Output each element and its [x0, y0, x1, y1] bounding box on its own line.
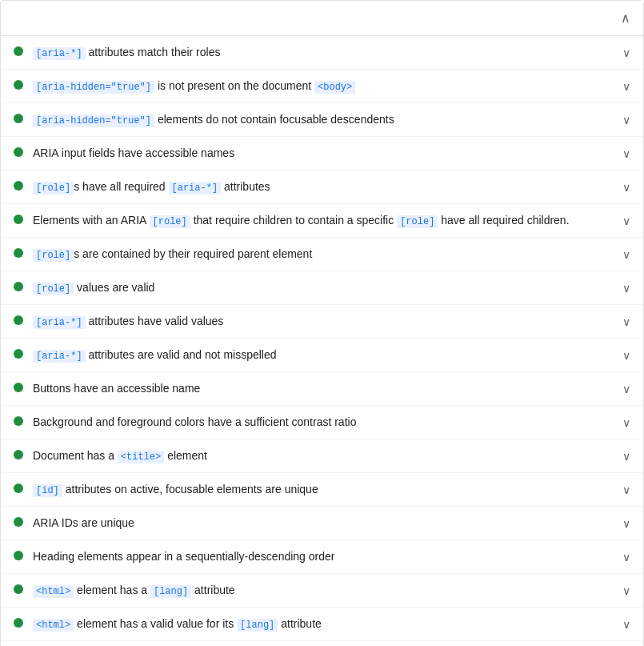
- chevron-down-icon: ∨: [622, 147, 630, 160]
- chevron-down-icon: ∨: [622, 282, 630, 295]
- chevron-down-icon: ∨: [622, 551, 630, 564]
- chevron-down-icon: ∨: [622, 416, 630, 429]
- pass-indicator: [14, 80, 23, 90]
- chevron-down-icon: ∨: [622, 584, 630, 597]
- audit-row[interactable]: <html> element has a [lang] attribute∨: [1, 574, 643, 608]
- audit-list: [aria-*] attributes match their roles∨[a…: [1, 36, 643, 646]
- code-tag: <body>: [314, 81, 355, 94]
- audit-row[interactable]: [aria-*] attributes have valid values∨: [1, 305, 643, 339]
- code-tag: <html>: [33, 619, 74, 632]
- code-tag: [role]: [397, 215, 438, 228]
- pass-indicator: [14, 215, 23, 224]
- pass-indicator: [14, 315, 23, 325]
- pass-indicator: [14, 517, 23, 527]
- pass-indicator: [14, 147, 23, 157]
- audit-row[interactable]: Buttons have an accessible name∨: [1, 372, 643, 406]
- pass-indicator: [14, 248, 23, 258]
- chevron-down-icon: ∨: [622, 450, 630, 463]
- audit-row[interactable]: Background and foreground colors have a …: [1, 406, 643, 439]
- audit-text: Elements with an ARIA [role] that requir…: [33, 212, 613, 229]
- chevron-up-icon: ∧: [621, 10, 630, 26]
- audit-text: [aria-hidden="true"] is not present on t…: [33, 78, 613, 94]
- audit-text: Document has a <title> element: [33, 447, 613, 464]
- audit-text: <html> element has a [lang] attribute: [33, 582, 613, 599]
- chevron-down-icon: ∨: [622, 80, 630, 93]
- audit-text: [aria-*] attributes match their roles: [33, 44, 613, 61]
- code-tag: [lang]: [150, 585, 191, 598]
- audit-text: Buttons have an accessible name: [33, 380, 613, 397]
- audit-row[interactable]: [aria-*] attributes match their roles∨: [1, 36, 643, 70]
- audit-row[interactable]: [aria-hidden="true"] is not present on t…: [1, 70, 643, 103]
- audit-row[interactable]: [role]s are contained by their required …: [1, 238, 643, 271]
- pass-indicator: [14, 618, 23, 628]
- code-tag: [aria-hidden="true"]: [33, 114, 154, 127]
- audit-text: Background and foreground colors have a …: [33, 414, 613, 431]
- chevron-down-icon: ∨: [622, 618, 630, 631]
- pass-indicator: [14, 416, 23, 426]
- audit-text: [role] values are valid: [33, 279, 613, 296]
- code-tag: [aria-*]: [33, 316, 86, 329]
- audit-text: ARIA input fields have accessible names: [33, 145, 613, 162]
- audit-row[interactable]: [id] attributes on active, focusable ele…: [1, 473, 643, 507]
- code-tag: [role]: [33, 182, 74, 195]
- pass-indicator: [14, 551, 23, 560]
- audit-text: Heading elements appear in a sequentiall…: [33, 548, 613, 565]
- code-tag: <html>: [33, 585, 74, 598]
- audit-text: [role]s have all required [aria-*] attri…: [33, 179, 613, 195]
- audit-row[interactable]: Document has a <title> element∨: [1, 439, 643, 473]
- chevron-down-icon: ∨: [622, 383, 630, 395]
- audit-text: [aria-*] attributes have valid values: [33, 313, 613, 330]
- audit-text: [role]s are contained by their required …: [33, 246, 613, 263]
- audit-text: ARIA IDs are unique: [33, 515, 613, 532]
- section-header[interactable]: ∧: [1, 1, 643, 36]
- code-tag: [role]: [150, 215, 190, 228]
- pass-indicator: [14, 450, 23, 459]
- chevron-down-icon: ∨: [622, 248, 630, 261]
- audit-text: [aria-hidden="true"] elements do not con…: [33, 111, 613, 128]
- audit-row[interactable]: ARIA input fields have accessible names∨: [1, 137, 643, 171]
- audit-row[interactable]: [role] values are valid∨: [1, 271, 643, 305]
- pass-indicator: [14, 483, 23, 493]
- pass-indicator: [14, 282, 23, 291]
- code-tag: <title>: [118, 451, 164, 463]
- chevron-down-icon: ∨: [622, 349, 630, 362]
- audit-text: <html> element has a valid value for its…: [33, 616, 613, 632]
- audit-row[interactable]: Heading elements appear in a sequentiall…: [1, 540, 643, 574]
- pass-indicator: [14, 584, 23, 594]
- chevron-down-icon: ∨: [622, 215, 630, 227]
- chevron-down-icon: ∨: [622, 181, 630, 194]
- audit-row[interactable]: <html> element has a valid value for its…: [1, 608, 643, 641]
- pass-indicator: [14, 46, 23, 56]
- audit-text: [id] attributes on active, focusable ele…: [33, 481, 613, 498]
- code-tag: [role]: [33, 249, 74, 262]
- pass-indicator: [14, 181, 23, 191]
- chevron-down-icon: ∨: [622, 483, 630, 496]
- code-tag: [id]: [33, 484, 62, 497]
- chevron-down-icon: ∨: [622, 46, 630, 59]
- audit-row[interactable]: Elements with an ARIA [role] that requir…: [1, 204, 643, 238]
- audit-text: [aria-*] attributes are valid and not mi…: [33, 347, 613, 363]
- passed-audits-section: ∧ [aria-*] attributes match their roles∨…: [0, 0, 644, 646]
- pass-indicator: [14, 114, 23, 123]
- chevron-down-icon: ∨: [622, 114, 630, 126]
- code-tag: [aria-hidden="true"]: [33, 81, 154, 94]
- audit-row[interactable]: ARIA IDs are unique∨: [1, 507, 643, 540]
- code-tag: [aria-*]: [33, 47, 86, 60]
- code-tag: [aria-*]: [169, 182, 222, 195]
- code-tag: [role]: [33, 283, 74, 295]
- audit-row[interactable]: [aria-*] attributes are valid and not mi…: [1, 339, 643, 372]
- pass-indicator: [14, 349, 23, 359]
- code-tag: [lang]: [237, 619, 278, 632]
- audit-row[interactable]: [aria-hidden="true"] elements do not con…: [1, 103, 643, 137]
- chevron-down-icon: ∨: [622, 517, 630, 530]
- audit-row[interactable]: [role]s have all required [aria-*] attri…: [1, 171, 643, 204]
- chevron-down-icon: ∨: [622, 315, 630, 328]
- pass-indicator: [14, 383, 23, 392]
- code-tag: [aria-*]: [33, 350, 86, 363]
- audit-row[interactable]: Form elements have associated labels∨: [1, 641, 643, 646]
